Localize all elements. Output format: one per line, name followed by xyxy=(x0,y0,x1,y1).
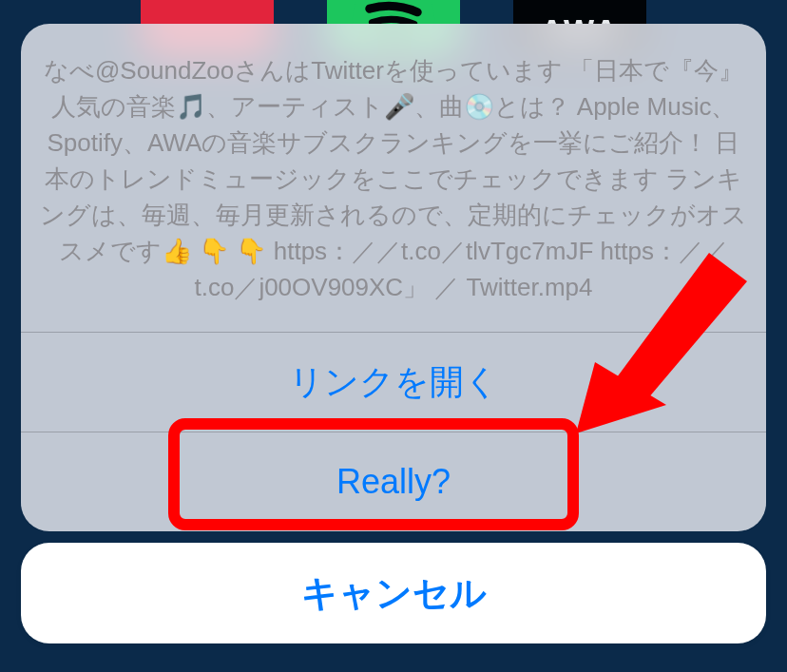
really-option[interactable]: Really? xyxy=(21,432,766,531)
action-sheet: なべ@SoundZooさんはTwitterを使っています 「日本で『今』人気の音… xyxy=(21,24,766,531)
really-label: Really? xyxy=(336,462,451,502)
cancel-button[interactable]: キャンセル xyxy=(21,543,766,643)
open-link-label: リンクを開く xyxy=(289,359,499,406)
cancel-label: キャンセル xyxy=(301,569,487,618)
action-sheet-message: なべ@SoundZooさんはTwitterを使っています 「日本で『今』人気の音… xyxy=(21,24,766,332)
open-link-option[interactable]: リンクを開く xyxy=(21,333,766,432)
